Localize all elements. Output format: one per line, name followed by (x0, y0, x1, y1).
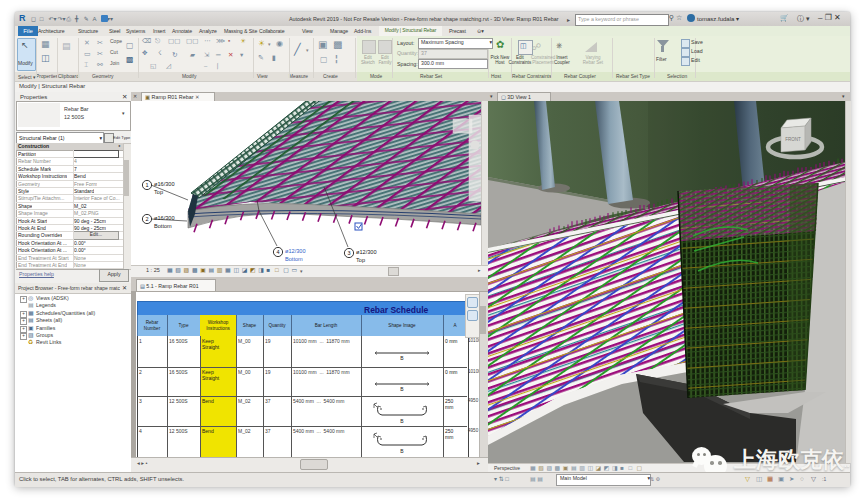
svg-text:2: 2 (145, 216, 148, 222)
svg-text:ø16/300: ø16/300 (154, 215, 175, 221)
svg-text:1: 1 (145, 182, 148, 188)
svg-text:4: 4 (276, 249, 279, 255)
svg-text:ø12/300: ø12/300 (285, 248, 306, 254)
svg-text:Bottom: Bottom (285, 256, 303, 262)
svg-text:Bottom: Bottom (154, 223, 172, 229)
svg-text:B: B (400, 355, 404, 361)
svg-text:B: B (400, 386, 404, 392)
svg-text:B: B (400, 418, 404, 424)
svg-text:ø12/300: ø12/300 (356, 249, 377, 255)
svg-text:Top: Top (154, 189, 163, 195)
svg-text:ø16/300: ø16/300 (154, 181, 175, 187)
svg-text:FRONT: FRONT (785, 137, 801, 142)
svg-text:3: 3 (347, 250, 350, 256)
svg-text:Top: Top (356, 257, 365, 263)
svg-text:B: B (400, 448, 404, 454)
